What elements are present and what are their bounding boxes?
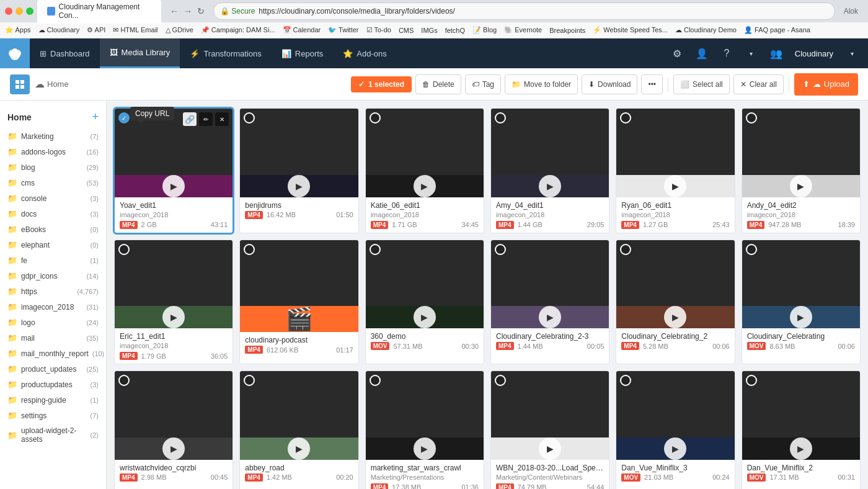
bookmark-imgs[interactable]: IMGs: [421, 27, 437, 34]
delete-button[interactable]: 🗑 Delete: [415, 74, 461, 94]
nav-transformations[interactable]: ⚡ Transformations: [180, 38, 271, 68]
nav-addons[interactable]: ⭐ Add-ons: [333, 38, 396, 68]
media-card[interactable]: ▶ benjidrums MP4 16.42 MB 01:50: [239, 108, 358, 233]
play-button[interactable]: ▶: [288, 437, 310, 460]
delete-card-icon[interactable]: ✕: [215, 112, 229, 126]
sidebar-item-Marketing[interactable]: 📁 Marketing (7): [0, 128, 106, 144]
download-button[interactable]: ⬇ Download: [582, 74, 637, 94]
media-card[interactable]: ▶ Katie_06_edit1 imagecon_2018 MP4 1.71 …: [365, 108, 484, 233]
bookmark-twitter[interactable]: 🐦 Twitter: [328, 26, 358, 34]
media-card[interactable]: ▶ marketing_star_wars_crawl Marketing/Pr…: [365, 370, 484, 489]
edit-icon[interactable]: ✏: [199, 112, 213, 126]
media-select-checkbox[interactable]: [370, 112, 381, 123]
sidebar-item-gdpr_icons[interactable]: 📁 gdpr_icons (14): [0, 268, 106, 284]
media-card[interactable]: ▶ Cloudinary_Celebrating_2 MP4 5.28 MB 0…: [616, 240, 735, 365]
media-select-checkbox[interactable]: [746, 375, 757, 386]
sidebar-item-resping-guide[interactable]: 📁 resping-guide (1): [0, 392, 106, 408]
media-card[interactable]: ▶ Cloudinary_Celebrating MOV 8.63 MB 00:…: [742, 240, 861, 365]
media-select-checkbox[interactable]: [244, 375, 255, 386]
play-button[interactable]: ▶: [790, 175, 812, 197]
sidebar-item-mail_monthly_report[interactable]: 📁 mail_monthly_report (10): [0, 346, 106, 361]
sidebar-item-cms[interactable]: 📁 cms (53): [0, 175, 106, 191]
media-card[interactable]: ▶ Cloudinary_Celebrating_2-3 MP4 1.44 MB…: [490, 240, 609, 365]
bookmark-todo[interactable]: ☑ To-do: [366, 26, 391, 34]
clear-all-button[interactable]: ✕ Clear all: [733, 74, 784, 94]
play-button[interactable]: ▶: [288, 175, 310, 197]
play-button[interactable]: ▶: [539, 306, 561, 328]
play-button[interactable]: ▶: [790, 306, 812, 328]
play-button[interactable]: ▶: [790, 437, 812, 460]
play-button[interactable]: ▶: [664, 306, 686, 328]
sidebar-item-productupdates[interactable]: 📁 productupdates (3): [0, 377, 106, 392]
app-logo[interactable]: [0, 38, 30, 68]
bookmark-api[interactable]: ⚙ API: [87, 26, 105, 34]
bookmark-fetchq[interactable]: fetchQ: [445, 27, 465, 34]
sidebar-item-mail[interactable]: 📁 mail (35): [0, 330, 106, 346]
breadcrumb-home[interactable]: Home: [47, 79, 69, 89]
bookmark-faq[interactable]: 👤 FAQ page - Asana: [744, 26, 810, 34]
media-select-checkbox[interactable]: [746, 244, 757, 255]
nav-dashboard[interactable]: ⊞ Dashboard: [30, 38, 100, 68]
forward-icon[interactable]: →: [184, 6, 192, 16]
tag-button[interactable]: 🏷 Tag: [465, 74, 501, 94]
media-select-checkbox[interactable]: [118, 375, 130, 386]
media-card[interactable]: ▶ Ryan_06_edit1 imagecon_2018 MP4 1.27 G…: [616, 108, 735, 233]
media-select-checkbox[interactable]: [370, 244, 381, 255]
play-button[interactable]: ▶: [414, 175, 436, 197]
settings-icon[interactable]: ⚙: [666, 42, 688, 65]
copy-url-icon[interactable]: 🔗: [183, 112, 197, 126]
select-all-button[interactable]: ⬜ Select all: [673, 74, 730, 94]
account-icon[interactable]: 👤: [691, 42, 713, 65]
media-select-checkbox[interactable]: [118, 244, 130, 255]
bookmark-email[interactable]: ✉ HTML Email: [113, 26, 157, 34]
bookmark-demo[interactable]: ☁ Cloudinary Demo: [675, 26, 737, 34]
close-dot[interactable]: [5, 7, 12, 15]
nav-reports[interactable]: 📊 Reports: [272, 38, 334, 68]
grid-view-button[interactable]: [10, 74, 30, 94]
media-select-checkbox[interactable]: [495, 112, 506, 123]
bookmark-gdrive[interactable]: △ GDrive: [166, 26, 193, 34]
sidebar-item-eBooks[interactable]: 📁 eBooks (0): [0, 222, 106, 237]
sidebar-item-upload-widget-2-assets[interactable]: 📁 upload-widget-2-assets (2): [0, 423, 106, 447]
play-button[interactable]: ▶: [414, 306, 436, 328]
browser-tab[interactable]: Cloudinary Management Con...: [37, 0, 161, 24]
sidebar-item-addons-logos[interactable]: 📁 addons-logos (16): [0, 144, 106, 159]
media-select-checkbox[interactable]: [244, 244, 255, 255]
chevron-down-icon[interactable]: ▾: [740, 42, 763, 65]
sidebar-item-docs[interactable]: 📁 docs (3): [0, 206, 106, 222]
bookmark-speed[interactable]: ⚡ Website Speed Tes...: [593, 26, 668, 34]
sidebar-item-fe[interactable]: 📁 fe (1): [0, 253, 106, 268]
play-button[interactable]: ▶: [414, 437, 436, 460]
bookmark-evernote[interactable]: 🐘 Evernote: [504, 26, 542, 34]
play-button[interactable]: ▶: [162, 306, 185, 328]
bookmark-apps[interactable]: ⭐ Apps: [5, 26, 31, 34]
bookmark-blog[interactable]: 📝 Blog: [472, 26, 497, 34]
media-card[interactable]: ▶ Andy_04_edit2 imagecon_2018 MP4 947.28…: [742, 108, 861, 233]
nav-media-library[interactable]: 🖼 Media Library: [100, 38, 180, 68]
bookmark-calendar[interactable]: 📅 Calendar: [283, 26, 321, 34]
media-select-checkbox[interactable]: [620, 244, 631, 255]
bookmark-breakpoints[interactable]: Breakpoints: [549, 27, 585, 34]
sidebar-item-https[interactable]: 📁 https (4,767): [0, 284, 106, 299]
refresh-icon[interactable]: ↻: [197, 6, 205, 16]
sidebar-item-console[interactable]: 📁 console (3): [0, 191, 106, 206]
bookmark-cms[interactable]: CMS: [399, 27, 414, 34]
sidebar-item-blog[interactable]: 📁 blog (29): [0, 159, 106, 175]
play-button[interactable]: ▶: [162, 437, 185, 460]
media-card[interactable]: ▶ 360_demo MOV 57.31 MB 00:30: [365, 240, 484, 365]
back-icon[interactable]: ←: [170, 6, 179, 16]
bookmark-cloudinary[interactable]: ☁ Cloudinary: [38, 26, 80, 34]
media-card[interactable]: ▶ Dan_Vue_Miniflix_2 MOV 17.31 MB 00:31: [742, 370, 861, 489]
media-select-checkbox[interactable]: [495, 375, 506, 386]
media-card[interactable]: ▶ wristwatchvideo_cqrzbi MP4 2.98 MB 00:…: [114, 370, 233, 489]
media-card[interactable]: ▶ abbey_road MP4 1.42 MB 00:20: [239, 370, 358, 489]
company-chevron-icon[interactable]: ▾: [841, 42, 863, 65]
sidebar-item-logo[interactable]: 📁 logo (24): [0, 315, 106, 330]
address-bar[interactable]: 🔒 Secure https://cloudinary.com/console/…: [213, 2, 835, 20]
media-card[interactable]: ▶ Eric_11_edit1 imagecon_2018 MP4 1.79 G…: [114, 240, 233, 365]
play-button[interactable]: ▶: [664, 175, 686, 197]
media-card[interactable]: ▶ Dan_Vue_Miniflix_3 MOV 21.03 MB 00:24: [616, 370, 735, 489]
minimize-dot[interactable]: [16, 7, 23, 15]
media-select-checkbox[interactable]: [495, 244, 506, 255]
media-select-checkbox[interactable]: [244, 112, 255, 123]
